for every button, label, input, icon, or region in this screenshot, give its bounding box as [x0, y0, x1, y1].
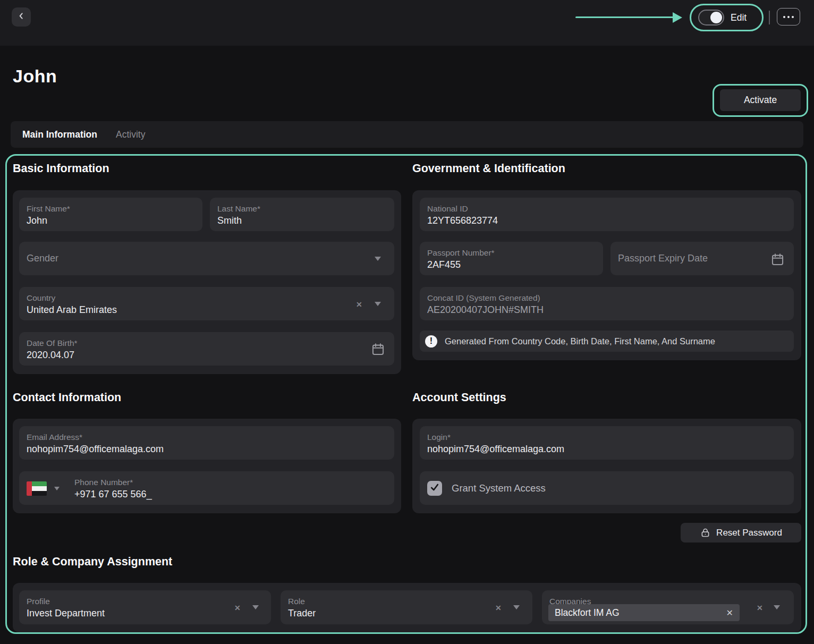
lock-icon [700, 527, 711, 538]
grant-access-row: Grant System Access [420, 471, 794, 505]
edit-toggle-label: Edit [731, 12, 747, 23]
first-name-value: John [27, 214, 195, 228]
role-label: Role [288, 596, 525, 606]
role-value: Trader [288, 606, 525, 621]
clear-icon[interactable]: ✕ [234, 604, 241, 612]
top-bar: Edit [0, 0, 814, 46]
last-name-label: Last Name* [217, 204, 387, 214]
clear-icon[interactable]: ✕ [757, 604, 763, 612]
tab-activity[interactable]: Activity [116, 129, 145, 140]
annotation-arrow-head [673, 12, 682, 23]
concat-id-value: AE20200407JOHN#SMITH [427, 303, 786, 317]
section-title-account: Account Settings [412, 391, 506, 404]
clear-icon[interactable]: ✕ [356, 301, 362, 308]
tab-bar: Main Information Activity [11, 121, 803, 148]
profile-value: Invest Department [27, 606, 264, 621]
country-value: United Arab Emirates [27, 303, 387, 317]
exclamation-icon: ! [425, 335, 437, 348]
profile-label: Profile [27, 596, 264, 606]
reset-password-button[interactable]: Reset Password [681, 523, 801, 543]
national-id-field[interactable]: National ID 12YT656823774 [420, 198, 794, 231]
grant-access-checkbox[interactable] [427, 481, 442, 496]
phone-label: Phone Number* [74, 477, 387, 487]
gender-label: Gender [27, 253, 58, 264]
reset-password-label: Reset Password [716, 528, 782, 538]
uae-flag-icon[interactable] [27, 481, 47, 496]
email-field[interactable]: Email Address* nohopim754@officemalaga.c… [19, 426, 394, 460]
login-field[interactable]: Login* nohopim754@officemalaga.com [420, 426, 794, 460]
gender-select[interactable]: Gender [19, 242, 394, 275]
chevron-down-icon[interactable] [54, 487, 60, 490]
toggle-knob [710, 12, 722, 23]
country-select[interactable]: Country United Arab Emirates [19, 287, 394, 320]
section-title-role: Role & Company Assignment [13, 555, 172, 569]
phone-value: +971 67 655 566_ [74, 487, 387, 502]
country-label: Country [27, 293, 387, 303]
chip-remove-icon[interactable]: ✕ [726, 608, 733, 618]
tab-main-information[interactable]: Main Information [22, 129, 97, 140]
role-select[interactable]: Role Trader [281, 590, 532, 624]
chevron-down-icon[interactable] [375, 257, 381, 261]
passport-expiry-field[interactable]: Passport Expiry Date [610, 242, 794, 275]
passport-number-value: 2AF455 [427, 258, 596, 272]
email-label: Email Address* [27, 432, 387, 442]
ellipsis-icon [783, 16, 794, 18]
login-label: Login* [427, 432, 786, 442]
activate-button[interactable]: Activate [720, 89, 801, 111]
passport-expiry-label: Passport Expiry Date [618, 253, 708, 264]
passport-number-label: Passport Number* [427, 248, 596, 258]
annotation-arrow [575, 16, 674, 18]
section-title-government: Government & Identification [412, 162, 565, 175]
more-actions-button[interactable] [777, 8, 800, 26]
back-button[interactable] [12, 7, 31, 27]
user-profile-page: Edit John Activate Main Information Acti… [0, 0, 814, 644]
date-of-birth-field[interactable]: Date Of Birth* 2020.04.07 [19, 332, 394, 366]
company-chip-label: Blackfort IM AG [555, 607, 726, 618]
note-text: Generated From Country Code, Birth Date,… [445, 336, 715, 346]
chevron-down-icon[interactable] [774, 605, 780, 609]
section-title-basic: Basic Information [13, 162, 109, 175]
company-chip[interactable]: Blackfort IM AG ✕ [548, 604, 740, 621]
clear-icon[interactable]: ✕ [495, 604, 502, 612]
chevron-left-icon [17, 12, 26, 22]
page-title: John [13, 66, 57, 87]
edit-toggle-highlight: Edit [690, 4, 764, 31]
national-id-value: 12YT656823774 [427, 214, 786, 228]
phone-field[interactable]: Phone Number* +971 67 655 566_ [19, 471, 394, 505]
grant-access-label: Grant System Access [452, 482, 546, 494]
calendar-icon[interactable] [371, 342, 385, 359]
email-value: nohopim754@officemalaga.com [27, 442, 387, 456]
last-name-field[interactable]: Last Name* Smith [210, 198, 394, 231]
chevron-down-icon[interactable] [252, 605, 259, 609]
chevron-down-icon[interactable] [513, 605, 520, 609]
companies-multiselect[interactable]: Companies Blackfort IM AG ✕ [542, 590, 794, 624]
concat-id-note: ! Generated From Country Code, Birth Dat… [420, 331, 794, 352]
login-value: nohopim754@officemalaga.com [427, 442, 786, 456]
chevron-down-icon[interactable] [375, 302, 381, 306]
calendar-icon[interactable] [770, 252, 785, 269]
first-name-field[interactable]: First Name* John [19, 198, 202, 231]
section-title-contact: Contact Information [13, 391, 121, 404]
edit-toggle[interactable] [698, 10, 724, 26]
concat-id-label: Concat ID (System Generated) [427, 293, 786, 303]
topbar-divider [769, 11, 770, 24]
dob-value: 2020.04.07 [27, 348, 387, 362]
national-id-label: National ID [427, 204, 786, 214]
checkmark-icon [429, 482, 440, 495]
last-name-value: Smith [217, 214, 387, 228]
dob-label: Date Of Birth* [27, 338, 387, 348]
profile-select[interactable]: Profile Invest Department [19, 590, 271, 624]
passport-number-field[interactable]: Passport Number* 2AF455 [420, 242, 603, 275]
concat-id-field: Concat ID (System Generated) AE20200407J… [420, 287, 794, 320]
first-name-label: First Name* [27, 204, 195, 214]
